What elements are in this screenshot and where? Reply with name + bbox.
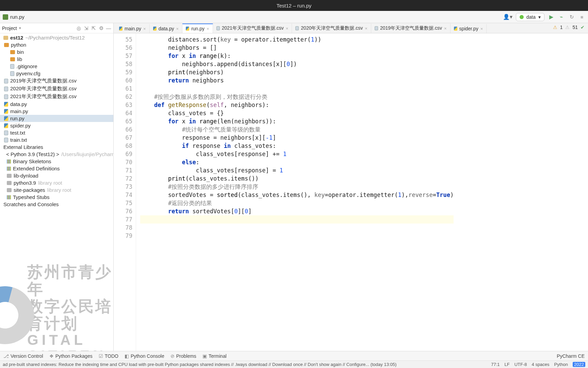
- code-line[interactable]: sortedVotes = sorted(class_votes.items()…: [140, 191, 454, 199]
- chevron-down-icon[interactable]: ▾: [19, 26, 21, 30]
- code-line[interactable]: [140, 85, 454, 93]
- problems-tool[interactable]: ⊘Problems: [170, 353, 196, 359]
- code-line[interactable]: [140, 232, 454, 240]
- line-number: 68: [114, 142, 132, 150]
- code-line[interactable]: class_votes[response] = 1: [140, 166, 454, 174]
- tree-root[interactable]: est12 ~/PycharmProjects/Test12: [0, 34, 113, 41]
- close-icon[interactable]: ×: [365, 26, 368, 31]
- code-line[interactable]: #按照分类数据的多少进行降序排序: [140, 183, 454, 191]
- code-line[interactable]: neighbors = []: [140, 44, 454, 52]
- tree-item[interactable]: lib-dynload: [0, 172, 113, 179]
- editor-tab[interactable]: data.py×: [150, 24, 183, 33]
- editor-tab[interactable]: run.py×: [182, 24, 213, 33]
- gear-icon[interactable]: ⚙: [98, 26, 104, 31]
- tree-item[interactable]: < Python 3.9 (Test12) > /Users/liujunjie…: [0, 151, 113, 158]
- breadcrumb-file[interactable]: run.py: [10, 14, 24, 20]
- tree-item[interactable]: 2021年天津空气质量数据.csv: [0, 93, 113, 101]
- run-with-coverage-button[interactable]: ↻: [568, 14, 575, 20]
- tab-label: 2020年天津空气质量数据.csv: [301, 25, 363, 31]
- tree-item[interactable]: spider.py: [0, 122, 113, 129]
- file-encoding[interactable]: UTF-8: [514, 362, 527, 367]
- tree-item[interactable]: 2019年天津空气质量数据.csv: [0, 77, 113, 85]
- locate-icon[interactable]: ◎: [76, 26, 81, 31]
- terminal-icon: ▣: [202, 353, 207, 359]
- code-line[interactable]: response = neighbors[x][-1]: [140, 134, 454, 142]
- code-line[interactable]: print(class_votes.items()): [140, 174, 454, 183]
- debug-button[interactable]: ⌁: [558, 14, 565, 20]
- code-line[interactable]: return sortedVotes[0][0]: [140, 207, 454, 215]
- tree-item[interactable]: data.py: [0, 101, 113, 108]
- code-line[interactable]: [140, 224, 454, 232]
- hide-icon[interactable]: —: [106, 26, 111, 31]
- tree-item[interactable]: Extended Definitions: [0, 165, 113, 172]
- folder-icon: [4, 43, 9, 47]
- tree-item[interactable]: site-packages library root: [0, 186, 113, 194]
- tree-item[interactable]: bin: [0, 48, 113, 56]
- run-button[interactable]: ▶: [548, 14, 555, 20]
- code-line[interactable]: neighbors.append(distances[x][0]): [140, 60, 454, 68]
- tree-item[interactable]: Typeshed Stubs: [0, 194, 113, 201]
- project-label[interactable]: Project: [2, 26, 17, 31]
- collapse-all-icon[interactable]: ⇱: [91, 26, 96, 31]
- python-console-tool[interactable]: ◧Python Console: [125, 353, 164, 359]
- version-control-tool[interactable]: ⎇Version Control: [3, 353, 43, 359]
- code-line[interactable]: else:: [140, 158, 454, 166]
- code-with-me-icon[interactable]: 👤▾: [503, 14, 512, 20]
- close-icon[interactable]: ×: [176, 26, 179, 31]
- code-line[interactable]: print(neighbors): [140, 68, 454, 76]
- tree-item[interactable]: lib: [0, 56, 113, 63]
- code-line[interactable]: #按照少数服从多数的原则，对数据进行分类: [140, 93, 454, 101]
- project-tree[interactable]: est12 ~/PycharmProjects/Test12 python bi…: [0, 33, 113, 351]
- line-number: 76: [114, 207, 132, 215]
- tree-item[interactable]: python3.9 library root: [0, 179, 113, 186]
- code-line[interactable]: class_votes = {}: [140, 109, 454, 117]
- close-icon[interactable]: ×: [207, 26, 209, 31]
- run-config-selector[interactable]: data ▾: [516, 13, 544, 21]
- code-line[interactable]: [140, 215, 454, 224]
- tree-item[interactable]: Binary Skeletons: [0, 158, 113, 165]
- close-icon[interactable]: ×: [480, 26, 483, 31]
- code-line[interactable]: distances.sort(key = operator.itemgetter…: [140, 35, 454, 44]
- code-line[interactable]: #统计每个空气质量等级的数量: [140, 125, 454, 134]
- interpreter[interactable]: Python: [554, 362, 568, 367]
- status-message[interactable]: ad pre-built shared indexes: Reduce the …: [3, 362, 490, 367]
- close-icon[interactable]: ×: [444, 26, 447, 31]
- editor-tab[interactable]: 2019年天津空气质量数据.csv×: [371, 24, 451, 33]
- line-separator[interactable]: LF: [505, 362, 510, 367]
- editor-tab[interactable]: 2020年天津空气质量数据.csv×: [292, 24, 371, 33]
- python-packages-tool[interactable]: ❖Python Packages: [49, 353, 93, 359]
- code-line[interactable]: #返回分类的结果: [140, 199, 454, 207]
- todo-tool[interactable]: ☑TODO: [99, 353, 118, 359]
- code-line[interactable]: return neighbors: [140, 76, 454, 85]
- tree-item[interactable]: python: [0, 41, 113, 48]
- editor-tab[interactable]: 2021年天津空气质量数据.csv×: [213, 24, 292, 33]
- inspection-summary[interactable]: ⚠1 ⚠51 ✔: [553, 25, 585, 30]
- editor-tab[interactable]: spider.py×: [451, 24, 487, 33]
- line-number: 58: [114, 60, 132, 68]
- indent-config[interactable]: 4 spaces: [532, 362, 550, 367]
- expand-all-icon[interactable]: ⇲: [83, 26, 89, 31]
- code-line[interactable]: for x in range(k):: [140, 52, 454, 60]
- tree-item[interactable]: .gitignore: [0, 63, 113, 70]
- close-icon[interactable]: ×: [143, 26, 146, 31]
- stop-button[interactable]: ■: [578, 14, 585, 20]
- tree-scratches[interactable]: Scratches and Consoles: [0, 201, 113, 208]
- tree-external-libs[interactable]: External Libraries: [0, 143, 113, 151]
- tree-item-selected[interactable]: run.py: [0, 115, 113, 122]
- code-line[interactable]: class_votes[response] += 1: [140, 150, 454, 158]
- tree-item[interactable]: pyvenv.cfg: [0, 70, 113, 77]
- code-line[interactable]: def getResponse(self, neighbors):: [140, 101, 454, 109]
- tree-item[interactable]: main.py: [0, 108, 113, 115]
- code-editor[interactable]: 5556575859606162636465666768697071727374…: [114, 33, 588, 351]
- terminal-tool[interactable]: ▣Terminal: [202, 353, 227, 359]
- code-area[interactable]: distances.sort(key = operator.itemgetter…: [136, 33, 454, 351]
- tree-item[interactable]: 2020年天津空气质量数据.csv: [0, 85, 113, 93]
- folder-icon: [3, 36, 8, 40]
- caret-position[interactable]: 77:1: [491, 362, 500, 367]
- code-line[interactable]: if response in class_votes:: [140, 142, 454, 150]
- code-line[interactable]: for x in range(len(neighbors)):: [140, 117, 454, 125]
- editor-tab[interactable]: main.py×: [116, 24, 150, 33]
- tree-item[interactable]: train.txt: [0, 136, 113, 143]
- tree-item[interactable]: test.txt: [0, 129, 113, 136]
- close-icon[interactable]: ×: [286, 26, 289, 31]
